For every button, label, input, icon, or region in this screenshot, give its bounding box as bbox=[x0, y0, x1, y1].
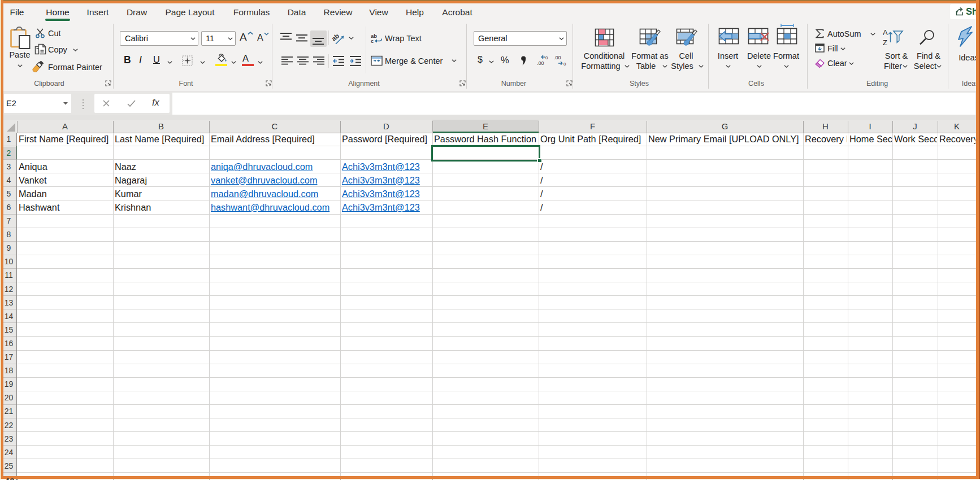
svg-text:.00: .00 bbox=[537, 60, 544, 66]
svg-text:0: 0 bbox=[545, 55, 548, 60]
svg-text:A: A bbox=[883, 28, 888, 37]
svg-text:.00: .00 bbox=[554, 55, 561, 60]
svg-text:0: 0 bbox=[563, 62, 566, 66]
svg-text:c: c bbox=[371, 38, 374, 43]
svg-text:Z: Z bbox=[883, 38, 887, 46]
